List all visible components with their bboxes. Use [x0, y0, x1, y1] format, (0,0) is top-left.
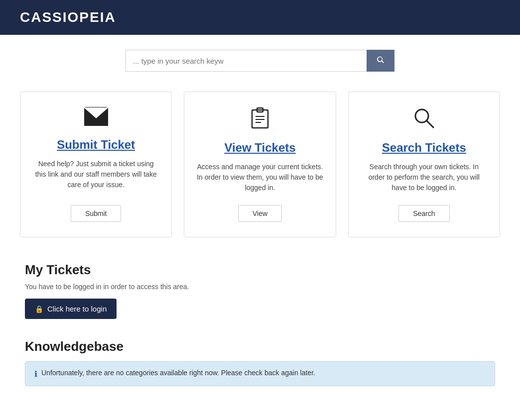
- knowledgebase-title: Knowledgebase: [25, 339, 495, 354]
- search-tickets-button[interactable]: Search: [398, 205, 449, 222]
- my-tickets-subtitle: You have to be logged in in order to acc…: [25, 283, 495, 291]
- search-tickets-card: Search Tickets Search through your own t…: [348, 92, 500, 237]
- search-form: [126, 50, 394, 72]
- knowledgebase-info-box: ℹ Unfortunately, there are no categories…: [25, 361, 495, 386]
- search-tickets-description: Search through your own tickets. In orde…: [361, 162, 488, 193]
- search-tickets-icon: [413, 107, 435, 134]
- submit-ticket-description: Need help? Just submit a ticket using th…: [32, 159, 159, 193]
- view-tickets-description: Access and manage your current tickets. …: [196, 162, 323, 193]
- submit-ticket-button[interactable]: Submit: [71, 205, 122, 222]
- my-tickets-section: My Tickets You have to be logged in in o…: [0, 252, 520, 329]
- lock-icon: 🔒: [35, 305, 43, 313]
- svg-line-9: [427, 121, 433, 127]
- site-logo: CASSIOPEIA: [20, 9, 116, 25]
- login-button-label: Click here to login: [47, 305, 107, 313]
- search-section: [0, 35, 520, 77]
- login-button[interactable]: 🔒 Click here to login: [25, 299, 117, 319]
- submit-ticket-card: Submit Ticket Need help? Just submit a t…: [20, 92, 172, 237]
- search-input[interactable]: [126, 50, 367, 72]
- my-tickets-title: My Tickets: [25, 262, 495, 278]
- knowledgebase-section: Knowledgebase ℹ Unfortunately, there are…: [0, 329, 520, 406]
- search-icon: [376, 55, 385, 64]
- view-tickets-button[interactable]: View: [238, 205, 282, 222]
- cards-section: Submit Ticket Need help? Just submit a t…: [0, 77, 520, 252]
- view-tickets-title[interactable]: View Tickets: [224, 141, 295, 155]
- view-tickets-card: View Tickets Access and manage your curr…: [184, 92, 336, 237]
- submit-ticket-title[interactable]: Submit Ticket: [57, 138, 135, 152]
- site-header: CASSIOPEIA: [0, 0, 520, 35]
- knowledgebase-message: Unfortunately, there are no categories a…: [41, 369, 315, 377]
- envelope-icon: [84, 107, 108, 131]
- search-button[interactable]: [367, 50, 394, 72]
- info-icon: ℹ: [34, 369, 37, 379]
- clipboard-icon: [251, 107, 269, 134]
- search-tickets-title[interactable]: Search Tickets: [382, 141, 466, 155]
